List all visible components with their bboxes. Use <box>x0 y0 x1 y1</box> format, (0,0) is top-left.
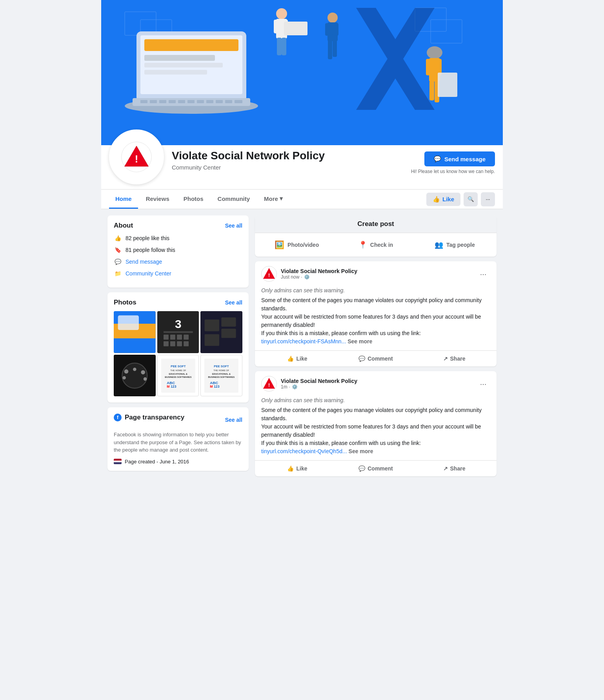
svg-point-25 <box>276 8 287 19</box>
transparency-description: Facebook is showing information to help … <box>114 431 242 454</box>
post-card-1: ! Violate Social Network Policy Just now… <box>255 261 497 366</box>
svg-text:!: ! <box>268 272 270 278</box>
svg-rect-48 <box>438 73 457 97</box>
like-label: Like <box>442 196 454 202</box>
transparency-card: f Page transparency See all Facebook is … <box>107 407 249 471</box>
share-label-2: Share <box>450 465 466 472</box>
post-meta-2: Violate Social Network Policy 1m · ⚙️ <box>281 378 357 390</box>
see-more-2[interactable]: See more <box>349 448 373 454</box>
about-header: About See all <box>114 222 242 230</box>
tag-people-button[interactable]: 👥 Tag people <box>416 236 493 253</box>
settings-icon-1[interactable]: ⚙️ <box>304 274 310 280</box>
svg-text:PEE SOFT: PEE SOFT <box>214 365 229 368</box>
svg-point-42 <box>427 46 442 59</box>
see-more-1[interactable]: See more <box>347 338 372 345</box>
nav-tab-community[interactable]: Community <box>211 190 257 209</box>
nav-tab-photos[interactable]: Photos <box>177 190 210 209</box>
post-link-2[interactable]: tinyurl.com/checkpoint-QvIeQh5d... <box>261 448 347 454</box>
photos-title: Photos <box>114 299 136 306</box>
about-see-all[interactable]: See all <box>225 222 242 229</box>
check-in-button[interactable]: 📍 Check in <box>337 236 414 253</box>
post-avatar-icon-2: ! <box>262 377 276 391</box>
like-post-button-1[interactable]: 👍 Like <box>258 352 337 365</box>
nav-tab-home[interactable]: Home <box>109 190 138 209</box>
thumbs-up-icon: 👍 <box>433 196 440 203</box>
svg-text:123: 123 <box>171 385 176 388</box>
like-post-button-2[interactable]: 👍 Like <box>258 462 337 475</box>
page-wrapper: ! Violate Social Network Policy Communit… <box>101 0 503 483</box>
profile-avatar: ! <box>109 129 164 184</box>
photo-video-icon: 🖼️ <box>275 240 284 250</box>
left-column: About See all 👍 82 people like this 🔖 81… <box>107 215 249 476</box>
ellipsis-icon: ··· <box>486 196 490 202</box>
share-button-1[interactable]: ↗ Share <box>415 352 493 365</box>
svg-rect-14 <box>140 100 147 103</box>
svg-rect-27 <box>274 20 278 33</box>
page-category: Community Center <box>172 164 403 171</box>
more-options-button[interactable]: ··· <box>481 192 495 206</box>
flag-icon <box>114 459 122 464</box>
comment-button-1[interactable]: 💬 Comment <box>337 352 415 365</box>
post-text-2a: Some of the content of the pages you man… <box>261 406 490 423</box>
post-time-2: 1m · ⚙️ <box>281 384 357 390</box>
svg-text:PEE SOFT: PEE SOFT <box>171 365 186 368</box>
svg-text:THE HOME OF: THE HOME OF <box>214 369 230 371</box>
search-page-button[interactable]: 🔍 <box>464 192 478 206</box>
share-button-2[interactable]: ↗ Share <box>415 462 493 475</box>
svg-rect-8 <box>144 55 215 61</box>
post-text-1c: If you think this is a mistake, please c… <box>261 329 490 337</box>
svg-text:ABC: ABC <box>210 380 218 385</box>
tag-people-label: Tag people <box>446 242 475 248</box>
svg-rect-38 <box>328 33 332 59</box>
post-card-2: ! Violate Social Network Policy 1m · ⚙️ <box>255 371 497 476</box>
photo-thumb-4[interactable] <box>114 355 156 397</box>
svg-rect-21 <box>206 100 213 103</box>
svg-rect-10 <box>144 70 207 75</box>
svg-text:M: M <box>210 385 213 388</box>
share-icon-1: ↗ <box>443 355 448 362</box>
messenger-icon: 💬 <box>434 155 441 162</box>
svg-point-32 <box>327 13 338 23</box>
send-message-link[interactable]: Send message <box>126 259 162 265</box>
post-link-1[interactable]: tinyurl.com/checkpoint-FSAsMnn... <box>261 338 346 345</box>
post-text-1b: Your account will be restricted from som… <box>261 313 490 329</box>
nav-tabs: Home Reviews Photos Community More ▾ <box>109 190 289 209</box>
svg-rect-23 <box>225 100 232 103</box>
comment-icon-1: 💬 <box>358 355 365 362</box>
post-avatar-1: ! <box>261 266 277 282</box>
settings-icon-2[interactable]: ⚙️ <box>292 384 298 390</box>
help-text: Hi! Please let us know how we can help. <box>411 169 495 174</box>
svg-rect-63 <box>164 341 169 346</box>
photo-thumb-1[interactable] <box>114 311 156 353</box>
photo-thumb-5[interactable]: PEE SOFTTHE HOME OFEDUCATIONAL &BUSINESS… <box>157 355 199 397</box>
photo-video-button[interactable]: 🖼️ Photo/video <box>258 236 335 253</box>
photo-thumb-6[interactable]: PEE SOFTTHE HOME OFEDUCATIONAL &BUSINESS… <box>200 355 242 397</box>
post-avatar-2: ! <box>261 376 277 392</box>
post-more-button-2[interactable]: ··· <box>476 377 490 391</box>
svg-text:BUSINESS SOFTWARES: BUSINESS SOFTWARES <box>208 376 235 378</box>
comment-button-2[interactable]: 💬 Comment <box>337 462 415 475</box>
photos-header: Photos See all <box>114 299 242 306</box>
post-author-name-2: Violate Social Network Policy <box>281 378 357 384</box>
nav-tab-more[interactable]: More ▾ <box>258 190 289 209</box>
post-more-button-1[interactable]: ··· <box>476 267 490 281</box>
svg-rect-29 <box>277 38 282 55</box>
photos-see-all[interactable]: See all <box>225 299 242 306</box>
post-time-dot: · <box>301 274 302 280</box>
send-message-button[interactable]: 💬 Send message <box>424 151 495 166</box>
messenger-icon-small: 💬 <box>114 258 122 266</box>
like-page-button[interactable]: 👍 Like <box>426 193 460 206</box>
about-message[interactable]: 💬 Send message <box>114 258 242 266</box>
like-label-2: Like <box>296 465 307 472</box>
photo-thumb-3[interactable] <box>200 311 242 353</box>
svg-rect-20 <box>197 100 204 103</box>
svg-point-77 <box>122 376 126 379</box>
nav-tab-reviews[interactable]: Reviews <box>140 190 176 209</box>
transparency-see-all[interactable]: See all <box>225 417 242 423</box>
photo-thumb-2[interactable]: 3 <box>157 311 199 353</box>
svg-rect-17 <box>169 100 176 103</box>
post-time-1: Just now · ⚙️ <box>281 274 357 280</box>
community-center-link[interactable]: Community Center <box>126 270 171 277</box>
svg-text:!: ! <box>135 153 138 164</box>
svg-point-76 <box>141 370 145 374</box>
